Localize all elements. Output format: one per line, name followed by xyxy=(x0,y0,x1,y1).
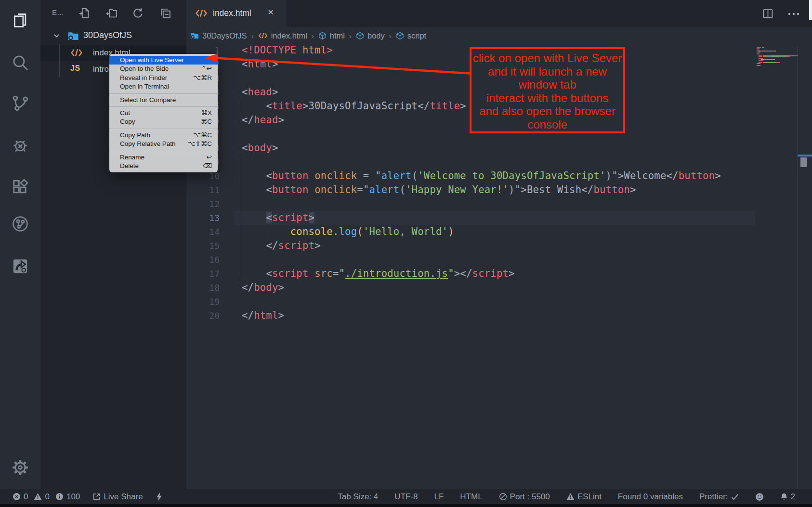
status-label: Tab Size: 4 xyxy=(338,492,378,502)
status-item-100[interactable]: 100 xyxy=(55,492,80,502)
refresh-icon[interactable] xyxy=(132,7,144,19)
extensions-icon[interactable] xyxy=(11,177,30,196)
menu-item-copy[interactable]: Copy⌘C xyxy=(109,117,218,126)
code-line-8[interactable]: <body> xyxy=(242,141,278,155)
breadcrumb-item-html[interactable]: html xyxy=(318,31,345,40)
live-session-icon[interactable] xyxy=(11,214,30,234)
status-item-2[interactable]: 2 xyxy=(780,492,795,502)
breadcrumb-separator: › xyxy=(389,32,392,40)
status-item-tab-size-4[interactable]: Tab Size: 4 xyxy=(338,492,378,502)
status-item-eslint[interactable]: ESLint xyxy=(566,492,602,502)
line-number: 15 xyxy=(186,239,220,253)
search-icon[interactable] xyxy=(11,53,30,72)
annotation-text-line: interact with the buttons xyxy=(471,91,623,105)
explorer-header: E… xyxy=(40,0,186,27)
line-number: 11 xyxy=(186,183,220,197)
breadcrumb-label: html xyxy=(330,31,345,40)
breadcrumb-item-index.html[interactable]: index.html xyxy=(258,31,307,40)
tab-index-html[interactable]: index.html × xyxy=(186,0,286,27)
status-item-live-share[interactable]: Live Share xyxy=(92,492,143,502)
code-line-2[interactable]: <html> xyxy=(242,57,278,71)
status-item-html[interactable]: HTML xyxy=(460,492,482,502)
status-label: 100 xyxy=(66,492,80,502)
menu-item-open-in-terminal[interactable]: Open in Terminal xyxy=(109,82,218,91)
menu-item-reveal-in-finder[interactable]: Reveal in Finder⌥⌘R xyxy=(109,74,218,82)
source-control-icon[interactable] xyxy=(11,93,30,113)
annotation-text-line: and also open the browser xyxy=(471,104,623,118)
menu-item-shortcut: ⌥⌘C xyxy=(193,131,212,140)
menu-item-delete[interactable]: Delete⌫ xyxy=(109,162,218,170)
annotation-text-line: window tab xyxy=(471,78,623,91)
breadcrumb-item-30DaysOfJS[interactable]: 30DaysOfJS xyxy=(190,31,247,40)
code-line-10[interactable]: <button onclick = "alert('Welcome to 30D… xyxy=(242,169,721,183)
bolt-icon xyxy=(156,492,163,501)
debug-icon[interactable] xyxy=(11,136,30,155)
code-line-13[interactable]: <script> xyxy=(242,211,314,225)
status-item-found-0-variables[interactable]: Found 0 variables xyxy=(618,492,683,502)
code-line-5[interactable]: <title>30DaysOfJavaScript</title> xyxy=(242,99,466,113)
code-line-17[interactable]: <script src="./introduction.js"></script… xyxy=(242,267,515,281)
explorer-icon[interactable] xyxy=(11,11,30,30)
annotation-text-line: console xyxy=(471,118,623,131)
breadcrumb-item-script[interactable]: script xyxy=(396,31,426,40)
menu-item-label: Reveal in Finder xyxy=(120,74,167,81)
tab-bar: index.html × xyxy=(186,0,812,27)
code-line-6[interactable]: </head> xyxy=(242,113,284,127)
status-item-lf[interactable]: LF xyxy=(434,492,444,502)
html-file-icon xyxy=(70,48,83,60)
status-item-port-5500[interactable]: Port : 5500 xyxy=(499,492,550,502)
status-label: 0 xyxy=(45,492,49,502)
status-item-smiley[interactable] xyxy=(755,493,764,501)
menu-item-rename[interactable]: Rename↩ xyxy=(109,153,218,162)
code-line-18[interactable]: </body> xyxy=(242,281,284,295)
menu-item-label: Open to the Side xyxy=(120,65,169,72)
chevron-down-icon xyxy=(52,32,61,40)
code-line-4[interactable]: <head> xyxy=(242,85,278,99)
activity-bar xyxy=(0,0,40,489)
menu-item-label: Select for Compare xyxy=(120,96,176,104)
warning-icon xyxy=(566,493,575,501)
status-item-prettier-[interactable]: Prettier: xyxy=(699,492,739,502)
menu-item-copy-relative-path[interactable]: Copy Relative Path⌥⇧⌘C xyxy=(109,140,218,148)
menu-item-shortcut: ⌥⌘R xyxy=(193,74,212,82)
vscode-window: E… 30DaysOfJS index.htmlJSintroduction.j… xyxy=(0,0,812,507)
scrollbar-thumb[interactable] xyxy=(800,157,807,167)
split-editor-icon[interactable] xyxy=(762,8,774,20)
status-label: Port : 5500 xyxy=(510,492,550,502)
code-line-1[interactable]: <!DOCTYPE html> xyxy=(242,43,333,57)
code-line-11[interactable]: <button onclick="alert('Happy New Year!'… xyxy=(242,183,636,197)
share-icon[interactable] xyxy=(11,257,30,276)
tree-indent-guide xyxy=(59,44,60,78)
code-line-20[interactable]: </html> xyxy=(242,309,284,323)
folder-row-30daysofjs[interactable]: 30DaysOfJS xyxy=(40,28,186,44)
settings-gear-icon[interactable] xyxy=(11,458,30,477)
menu-item-open-with-live-server[interactable]: Open with Live Server xyxy=(109,56,218,65)
code-line-14[interactable]: console.log('Hello, World') xyxy=(242,225,454,239)
status-label: Live Share xyxy=(104,492,143,502)
menu-item-open-to-the-side[interactable]: Open to the Side⌃↩ xyxy=(109,65,218,73)
collapse-all-icon[interactable] xyxy=(159,7,171,19)
minimap[interactable] xyxy=(757,47,799,76)
status-item-0[interactable]: 0 xyxy=(34,492,49,502)
status-item-utf-8[interactable]: UTF-8 xyxy=(394,492,418,502)
code-line-15[interactable]: </script> xyxy=(242,239,321,253)
more-actions-icon[interactable] xyxy=(787,5,800,20)
status-item-bolt[interactable] xyxy=(156,492,163,501)
new-folder-icon[interactable] xyxy=(105,7,118,19)
menu-item-shortcut: ⌥⇧⌘C xyxy=(188,140,212,148)
menu-item-select-for-compare[interactable]: Select for Compare xyxy=(109,96,218,104)
line-number: 13 xyxy=(186,211,220,225)
menu-item-copy-path[interactable]: Copy Path⌥⌘C xyxy=(109,131,218,140)
overview-ruler-mark xyxy=(798,155,812,156)
tab-close-icon[interactable]: × xyxy=(268,6,274,18)
menu-item-shortcut: ⌘C xyxy=(201,117,212,126)
new-file-icon[interactable] xyxy=(79,7,91,19)
warning-icon xyxy=(34,493,42,501)
status-item-0[interactable]: 0 xyxy=(13,492,28,502)
menu-item-label: Delete xyxy=(120,162,139,169)
status-label: 2 xyxy=(791,492,795,502)
breadcrumb-item-body[interactable]: body xyxy=(356,31,385,40)
menu-item-cut[interactable]: Cut⌘X xyxy=(109,109,218,117)
status-label: UTF-8 xyxy=(394,492,418,502)
menu-item-shortcut: ⌘X xyxy=(201,109,212,117)
